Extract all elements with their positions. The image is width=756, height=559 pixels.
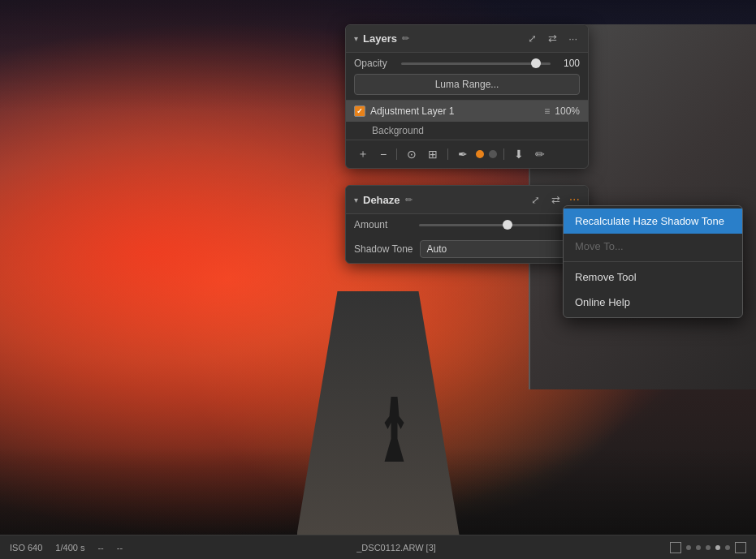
status-right	[670, 542, 746, 553]
status-view-icon[interactable]	[670, 542, 681, 553]
layer-toolbar: ＋ − ⊙ ⊞ ✒ ⬇ ✏	[346, 140, 588, 168]
dehaze-shadow-label: Shadow Tone	[354, 243, 413, 255]
layers-list: ✓ Adjustment Layer 1 ≡ 100% Background	[346, 100, 588, 140]
dehaze-amount-label: Amount	[354, 219, 413, 230]
menu-divider	[564, 261, 742, 262]
status-dash2: --	[117, 543, 123, 553]
dehaze-amount-row: Amount	[346, 214, 588, 235]
dehaze-amount-slider[interactable]	[419, 224, 580, 226]
layer-background: Background	[346, 122, 588, 140]
layer-checkbox[interactable]: ✓	[354, 105, 365, 117]
toolbar-separator-2	[447, 148, 448, 160]
status-iso: ISO 640	[10, 543, 42, 553]
dehaze-shadow-row: Shadow Tone Auto ▾	[346, 235, 588, 263]
dehaze-swap-icon[interactable]: ⇄	[549, 193, 563, 207]
edit-tool-btn[interactable]: ✏	[532, 146, 548, 162]
opacity-label: Opacity	[354, 58, 395, 69]
status-filename: _DSC0112.ARW [3]	[356, 543, 436, 553]
merge-down-btn[interactable]: ⬇	[511, 146, 527, 162]
layer-check-mark: ✓	[356, 107, 363, 115]
color-dot-dark	[489, 150, 497, 158]
layers-swap-icon[interactable]: ⇄	[546, 32, 559, 45]
layers-edit-icon[interactable]: ✏	[402, 33, 409, 44]
layers-panel: ▾ Layers ✏ ⤢ ⇄ ··· Opacity 100 Luma Rang…	[345, 24, 589, 169]
dehaze-panel: ▾ Dehaze ✏ ⤢ ⇄ ··· Amount Shadow Tone Au…	[345, 185, 589, 264]
status-dot-5	[725, 545, 730, 550]
opacity-slider-thumb[interactable]	[531, 58, 541, 68]
dehaze-amount-thumb[interactable]	[503, 220, 512, 230]
menu-item-remove-tool[interactable]: Remove Tool	[564, 264, 742, 290]
layer-name: Adjustment Layer 1	[370, 105, 539, 117]
color-dot-orange	[476, 150, 484, 158]
remove-layer-btn[interactable]: −	[377, 146, 390, 162]
context-menu: Recalculate Haze Shadow Tone Move To... …	[563, 205, 743, 318]
layers-pin-icon[interactable]: ⤢	[525, 32, 539, 45]
dehaze-panel-title: Dehaze	[363, 194, 400, 206]
status-dash1: --	[97, 543, 103, 553]
status-grid-icon[interactable]	[735, 542, 746, 553]
panel-collapse-arrow[interactable]: ▾	[354, 34, 358, 43]
toolbar-separator	[396, 148, 397, 160]
layers-more-icon[interactable]: ···	[566, 32, 580, 45]
status-dot-1	[686, 545, 691, 550]
status-left: ISO 640 1/400 s -- --	[10, 543, 123, 553]
status-shutter: 1/400 s	[55, 543, 84, 553]
status-dot-3	[706, 545, 711, 550]
layers-panel-actions: ⤢ ⇄ ···	[525, 32, 580, 45]
luma-range-button[interactable]: Luma Range...	[354, 74, 580, 95]
toolbar-separator-3	[503, 148, 504, 160]
layer-options-icon[interactable]: ≡	[544, 105, 550, 117]
pen-tool-btn[interactable]: ✒	[455, 146, 471, 162]
sliders-layer-btn[interactable]: ⊞	[425, 146, 441, 162]
opacity-row: Opacity 100	[346, 53, 588, 74]
dehaze-pin-icon[interactable]: ⤢	[529, 193, 542, 207]
dehaze-collapse-arrow[interactable]: ▾	[354, 196, 358, 204]
camera-layer-btn[interactable]: ⊙	[404, 146, 420, 162]
layer-item-adjustment[interactable]: ✓ Adjustment Layer 1 ≡ 100%	[346, 101, 588, 122]
opacity-value: 100	[557, 58, 580, 69]
status-dot-2	[696, 545, 701, 550]
menu-item-move-to: Move To...	[564, 234, 742, 259]
status-bar: ISO 640 1/400 s -- -- _DSC0112.ARW [3]	[0, 535, 756, 559]
layers-panel-title: Layers	[363, 32, 397, 45]
dehaze-panel-header: ▾ Dehaze ✏ ⤢ ⇄ ···	[346, 186, 588, 214]
shadow-tone-select[interactable]: Auto ▾	[420, 240, 580, 258]
layer-percentage: 100%	[555, 105, 580, 117]
layers-panel-header: ▾ Layers ✏ ⤢ ⇄ ···	[346, 25, 588, 53]
add-layer-btn[interactable]: ＋	[354, 145, 372, 163]
menu-item-online-help[interactable]: Online Help	[564, 290, 742, 315]
menu-item-recalculate[interactable]: Recalculate Haze Shadow Tone	[564, 209, 742, 234]
shadow-tone-value: Auto	[427, 243, 447, 255]
opacity-slider[interactable]	[401, 62, 551, 65]
status-dot-4	[715, 545, 720, 550]
status-center: _DSC0112.ARW [3]	[123, 543, 670, 553]
dehaze-edit-icon[interactable]: ✏	[405, 195, 413, 205]
